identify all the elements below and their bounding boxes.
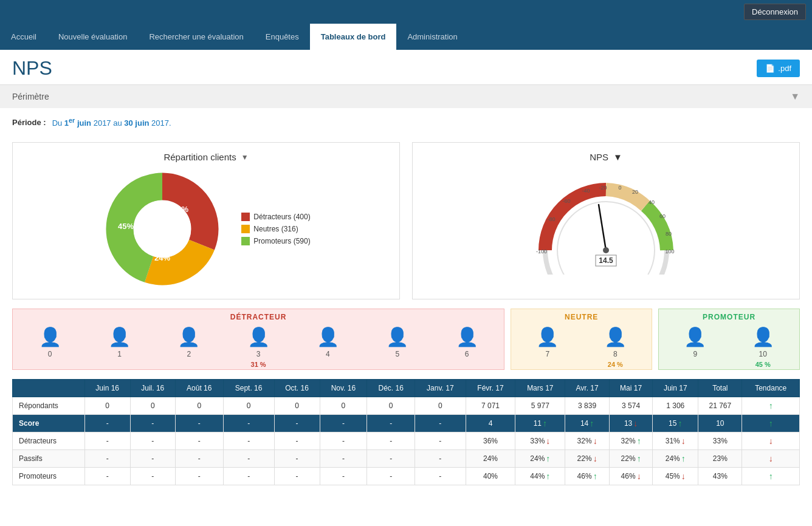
- score-num-8: 8: [613, 350, 618, 358]
- legend-neutres: Neutres (316): [241, 225, 310, 233]
- col-header-juin16: Juin 16: [84, 380, 130, 397]
- score-item-1: 👤 1: [108, 326, 131, 368]
- trend-down-icon: ↓: [546, 436, 550, 446]
- nav-rechercher-evaluation[interactable]: Rechercher une évaluation: [138, 24, 254, 50]
- score-12-cell: 14 ↑: [569, 418, 605, 428]
- donut-chart: 31% 24% 45%: [102, 168, 223, 290]
- person-icon-4: 👤: [317, 326, 339, 347]
- person-icon-8: 👤: [604, 326, 627, 347]
- score-item-4: 👤 4: [317, 326, 339, 368]
- trend-up-icon: ↑: [543, 418, 547, 428]
- perimetre-label: Périmètre: [12, 92, 49, 101]
- svg-text:80: 80: [666, 231, 672, 237]
- trend-down-icon: ↓: [637, 471, 641, 481]
- perimetre-bar[interactable]: Périmètre ▼: [0, 85, 812, 108]
- svg-text:24%: 24%: [154, 253, 170, 262]
- deconnexion-button[interactable]: Déconnexion: [744, 4, 806, 20]
- trend-up-icon: ↑: [769, 471, 773, 481]
- score-item-2: 👤 2: [177, 326, 200, 368]
- score-13-cell: 13 ↓: [613, 418, 649, 428]
- periode-value: Du 1er juin 2017 au 30 juin 2017.: [52, 117, 171, 128]
- table-row-score: Score - - - - - - - - 4 11 ↑ 14 ↑ 13 ↓ 1…: [13, 415, 800, 432]
- score-sections: DÉTRACTEUR 👤 0 👤 1 👤 2: [12, 309, 800, 370]
- table-row-passifs: Passifs - - - - - - - - 24% 24% ↑ 22% ↓ …: [13, 450, 800, 468]
- score-num-10: 10: [759, 350, 767, 358]
- nav-accueil[interactable]: Accueil: [0, 24, 47, 50]
- score-promoteur-section: PROMOTEUR 👤 9 👤 10 45 %: [658, 309, 800, 370]
- repartition-title: Répartition clients ▼: [22, 152, 390, 162]
- pdf-icon: 📄: [765, 64, 775, 73]
- col-header-janv17: Janv. 17: [415, 380, 466, 397]
- col-header-mai17: Mai 17: [610, 380, 653, 397]
- person-icon-1: 👤: [108, 326, 131, 347]
- score-item-10: 👤 10 45 %: [752, 326, 774, 368]
- legend-color-neu: [241, 225, 250, 233]
- person-icon-7: 👤: [536, 326, 559, 347]
- neutre-icons: 👤 7 👤 8 24 %: [511, 324, 652, 369]
- nav-enquetes[interactable]: Enquêtes: [255, 24, 310, 50]
- trend-down-icon: ↓: [593, 454, 597, 463]
- nav-administration[interactable]: Administration: [396, 24, 468, 50]
- nps-dropdown-icon[interactable]: ▼: [613, 152, 622, 162]
- trend-up-icon: ↑: [593, 471, 597, 481]
- trend-up-icon: ↑: [546, 471, 550, 481]
- trend-down-icon: ↓: [769, 436, 773, 446]
- person-icon-2: 👤: [177, 326, 200, 347]
- svg-text:0: 0: [618, 185, 621, 191]
- perimetre-chevron-icon[interactable]: ▼: [790, 91, 800, 102]
- table-header-row: Juin 16 Juil. 16 Août 16 Sept. 16 Oct. 1…: [13, 380, 800, 397]
- score-num-4: 4: [326, 350, 330, 358]
- score-neutre-section: NEUTRE 👤 7 👤 8 24 %: [511, 309, 652, 370]
- score-num-2: 2: [187, 350, 191, 358]
- pdf-button[interactable]: 📄 .pdf: [757, 60, 800, 77]
- repartition-dropdown-icon[interactable]: ▼: [241, 153, 249, 162]
- col-header-nov16: Nov. 16: [320, 380, 367, 397]
- gauge-svg: -100 -80 -60 -40 -20 0 20 40 60 80 100 1: [533, 177, 679, 275]
- periode-row: Période : Du 1er juin 2017 au 30 juin 20…: [0, 108, 812, 136]
- legend-color-det: [241, 213, 250, 221]
- data-table: Juin 16 Juil. 16 Août 16 Sept. 16 Oct. 1…: [12, 379, 800, 485]
- row-label-passifs: Passifs: [13, 450, 85, 468]
- trend-up-icon: ↑: [681, 454, 686, 463]
- svg-text:45%: 45%: [118, 222, 134, 231]
- row-label-detracteurs: Détracteurs: [13, 432, 85, 450]
- score-num-1: 1: [117, 350, 122, 358]
- score-item-6: 👤 6: [456, 326, 478, 368]
- col-header-avr17: Avr. 17: [565, 380, 610, 397]
- score-item-3: 👤 3 31 %: [247, 326, 270, 368]
- svg-text:60: 60: [659, 213, 666, 219]
- score-item-7: 👤 7: [536, 326, 559, 368]
- svg-point-22: [603, 247, 609, 253]
- score-item-8: 👤 8 24 %: [604, 326, 627, 368]
- col-header-tendance: Tendance: [742, 380, 800, 397]
- nav-nouvelle-evaluation[interactable]: Nouvelle évaluation: [47, 24, 138, 50]
- neutre-title: NEUTRE: [511, 309, 652, 324]
- repartition-card: Répartition clients ▼: [12, 142, 400, 299]
- detracteur-title: DÉTRACTEUR: [13, 309, 504, 324]
- trend-up-icon: ↑: [769, 418, 773, 428]
- score-item-9: 👤 9: [684, 326, 706, 368]
- col-header-total: Total: [698, 380, 742, 397]
- nav-tableaux-de-bord[interactable]: Tableaux de bord: [310, 24, 397, 50]
- charts-row: Répartition clients ▼: [0, 136, 812, 306]
- trend-up-icon: ↑: [769, 401, 773, 411]
- svg-text:-40: -40: [582, 188, 590, 194]
- trend-down-icon: ↓: [681, 436, 686, 446]
- top-bar: Déconnexion: [0, 0, 812, 24]
- score-detracteur-section: DÉTRACTEUR 👤 0 👤 1 👤 2: [12, 309, 504, 370]
- score-item-5: 👤 5: [386, 326, 408, 368]
- col-header-juil16: Juil. 16: [130, 380, 175, 397]
- trend-up-icon: ↑: [546, 454, 550, 463]
- svg-text:-60: -60: [562, 198, 570, 204]
- row-label-repondants: Répondants: [13, 397, 85, 415]
- main-nav: Accueil Nouvelle évaluation Rechercher u…: [0, 24, 812, 50]
- data-table-wrapper: Juin 16 Juil. 16 Août 16 Sept. 16 Oct. 1…: [0, 373, 812, 497]
- col-header-sept16: Sept. 16: [223, 380, 274, 397]
- score-num-7: 7: [546, 350, 550, 358]
- svg-text:100: 100: [665, 248, 674, 254]
- nps-title: NPS ▼: [422, 152, 790, 162]
- person-icon-5: 👤: [386, 326, 408, 347]
- svg-text:-20: -20: [599, 185, 607, 191]
- nps-card: NPS ▼ -100 -80 -60 -40 -20: [412, 142, 800, 299]
- score-num-6: 6: [465, 350, 469, 358]
